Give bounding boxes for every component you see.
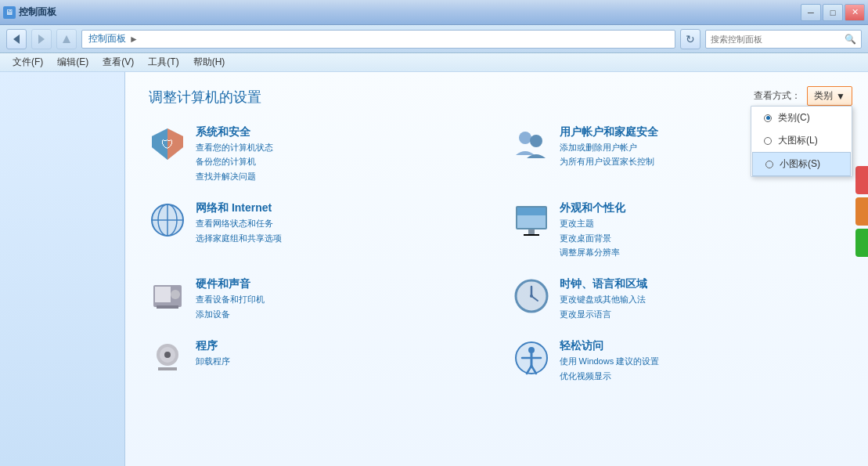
clock-link-1[interactable]: 更改显示语言	[560, 309, 647, 320]
back-button[interactable]	[6, 29, 27, 49]
svg-text:🛡: 🛡	[161, 138, 174, 151]
user-accounts-icon[interactable]	[513, 125, 550, 163]
svg-point-7	[519, 132, 531, 144]
menu-file[interactable]: 文件(F)	[6, 54, 49, 70]
view-current-label: 类别	[814, 89, 833, 103]
user-accounts-name[interactable]: 用户帐户和家庭安全	[560, 125, 658, 139]
programs-name[interactable]: 程序	[196, 339, 230, 353]
hardware-info: 硬件和声音 查看设备和打印机 添加设备	[196, 277, 265, 320]
network-info: 网络和 Internet 查看网络状态和任务 选择家庭组和共享选项	[196, 201, 282, 244]
network-link-1[interactable]: 选择家庭组和共享选项	[196, 233, 282, 244]
svg-rect-22	[157, 305, 178, 309]
clock-link-0[interactable]: 更改键盘或其他输入法	[560, 294, 647, 305]
svg-rect-31	[158, 367, 177, 370]
network-icon[interactable]	[149, 201, 186, 239]
view-label: 查看方式：	[754, 89, 801, 103]
forward-button[interactable]	[31, 29, 52, 49]
search-bar: 🔍	[705, 30, 862, 49]
menu-edit[interactable]: 编辑(E)	[51, 54, 95, 70]
programs-link-0[interactable]: 卸载程序	[196, 356, 230, 367]
radio-empty-icon	[764, 137, 772, 145]
view-option-large-label: 大图标(L)	[778, 134, 818, 147]
dropdown-arrow-icon: ▼	[836, 91, 845, 102]
system-security-info: 系统和安全 查看您的计算机状态 备份您的计算机 查找并解决问题	[196, 125, 273, 182]
right-edge-btn-3[interactable]	[855, 229, 868, 257]
radio-filled-icon	[764, 114, 772, 122]
title-bar: 🖥 控制面板 ─ □ ✕	[0, 0, 868, 25]
refresh-button[interactable]: ↻	[680, 29, 701, 49]
minimize-button[interactable]: ─	[801, 4, 821, 21]
categories-grid: 🛡 系统和安全 查看您的计算机状态 备份您的计算机 查找并解决问题	[149, 125, 845, 382]
hardware-link-1[interactable]: 添加设备	[196, 309, 265, 320]
accessibility-name[interactable]: 轻松访问	[560, 339, 660, 353]
appearance-name[interactable]: 外观和个性化	[560, 201, 625, 215]
network-link-0[interactable]: 查看网络状态和任务	[196, 218, 282, 229]
search-input[interactable]	[711, 34, 841, 44]
sidebar	[0, 72, 125, 466]
hardware-link-0[interactable]: 查看设备和打印机	[196, 294, 265, 305]
view-dropdown-menu: 类别(C) 大图标(L) 小图标(S)	[751, 106, 852, 177]
appearance-link-0[interactable]: 更改主题	[560, 218, 625, 229]
svg-rect-16	[517, 208, 546, 215]
menu-view[interactable]: 查看(V)	[96, 54, 140, 70]
programs-icon[interactable]	[149, 339, 186, 377]
view-option-large[interactable]: 大图标(L)	[751, 129, 852, 152]
system-security-link-2[interactable]: 查找并解决问题	[196, 171, 273, 182]
hardware-icon[interactable]	[149, 277, 186, 315]
right-edge-btn-1[interactable]	[855, 166, 868, 194]
address-bar: 控制面板 ► ↻ 🔍	[0, 25, 868, 53]
menu-bar: 文件(F) 编辑(E) 查看(V) 工具(T) 帮助(H)	[0, 53, 868, 72]
user-accounts-link-0[interactable]: 添加或删除用户帐户	[560, 142, 658, 154]
system-security-link-0[interactable]: 查看您的计算机状态	[196, 142, 273, 154]
view-option-category-label: 类别(C)	[778, 111, 810, 125]
programs-info: 程序 卸载程序	[196, 339, 230, 367]
appearance-info: 外观和个性化 更改主题 更改桌面背景 调整屏幕分辨率	[560, 201, 625, 258]
svg-marker-0	[13, 34, 20, 44]
accessibility-link-0[interactable]: 使用 Windows 建议的设置	[560, 356, 660, 367]
svg-marker-1	[38, 34, 45, 44]
user-accounts-info: 用户帐户和家庭安全 添加或删除用户帐户 为所有用户设置家长控制	[560, 125, 658, 168]
system-security-icon[interactable]: 🛡	[149, 125, 186, 163]
user-accounts-link-1[interactable]: 为所有用户设置家长控制	[560, 156, 658, 168]
view-option-category[interactable]: 类别(C)	[751, 107, 852, 129]
category-appearance: 外观和个性化 更改主题 更改桌面背景 调整屏幕分辨率	[513, 201, 845, 258]
window-icon: 🖥	[3, 6, 16, 19]
accessibility-icon[interactable]	[513, 339, 550, 377]
menu-tools[interactable]: 工具(T)	[142, 54, 185, 70]
main-area: 调整计算机的设置 查看方式： 类别 ▼ 类别(C) 大图标(L)	[0, 72, 868, 466]
view-dropdown: 类别 ▼ 类别(C) 大图标(L) 小图标(S)	[807, 86, 852, 106]
clock-icon[interactable]	[513, 277, 550, 315]
title-bar-left: 🖥 控制面板	[3, 5, 56, 19]
clock-name[interactable]: 时钟、语言和区域	[560, 277, 647, 291]
clock-info: 时钟、语言和区域 更改键盘或其他输入法 更改显示语言	[560, 277, 647, 320]
category-programs: 程序 卸载程序	[149, 339, 481, 382]
up-button[interactable]	[56, 29, 77, 49]
category-clock: 时钟、语言和区域 更改键盘或其他输入法 更改显示语言	[513, 277, 845, 320]
breadcrumb-separator: ►	[129, 34, 139, 45]
svg-point-21	[171, 290, 180, 299]
window-controls: ─ □ ✕	[801, 4, 865, 21]
system-security-link-1[interactable]: 备份您的计算机	[196, 156, 273, 168]
appearance-icon[interactable]	[513, 201, 550, 239]
view-dropdown-button[interactable]: 类别 ▼	[807, 86, 852, 106]
radio-empty-icon-2	[765, 161, 773, 168]
maximize-button[interactable]: □	[823, 4, 843, 21]
category-hardware: 硬件和声音 查看设备和打印机 添加设备	[149, 277, 481, 320]
accessibility-link-1[interactable]: 优化视频显示	[560, 370, 660, 382]
system-security-name[interactable]: 系统和安全	[196, 125, 273, 139]
accessibility-info: 轻松访问 使用 Windows 建议的设置 优化视频显示	[560, 339, 660, 382]
svg-rect-17	[528, 229, 535, 234]
menu-help[interactable]: 帮助(H)	[187, 54, 232, 70]
view-option-small[interactable]: 小图标(S)	[752, 152, 851, 176]
content-area: 调整计算机的设置 查看方式： 类别 ▼ 类别(C) 大图标(L)	[125, 72, 868, 466]
hardware-name[interactable]: 硬件和声音	[196, 277, 265, 291]
right-edge-btn-2[interactable]	[855, 197, 868, 226]
network-name[interactable]: 网络和 Internet	[196, 201, 282, 215]
page-title: 调整计算机的设置	[149, 88, 845, 107]
search-icon[interactable]: 🔍	[845, 34, 856, 45]
svg-point-8	[530, 135, 542, 147]
breadcrumb-root[interactable]: 控制面板	[88, 32, 126, 45]
appearance-link-1[interactable]: 更改桌面背景	[560, 233, 625, 244]
close-button[interactable]: ✕	[845, 4, 865, 21]
appearance-link-2[interactable]: 调整屏幕分辨率	[560, 247, 625, 258]
